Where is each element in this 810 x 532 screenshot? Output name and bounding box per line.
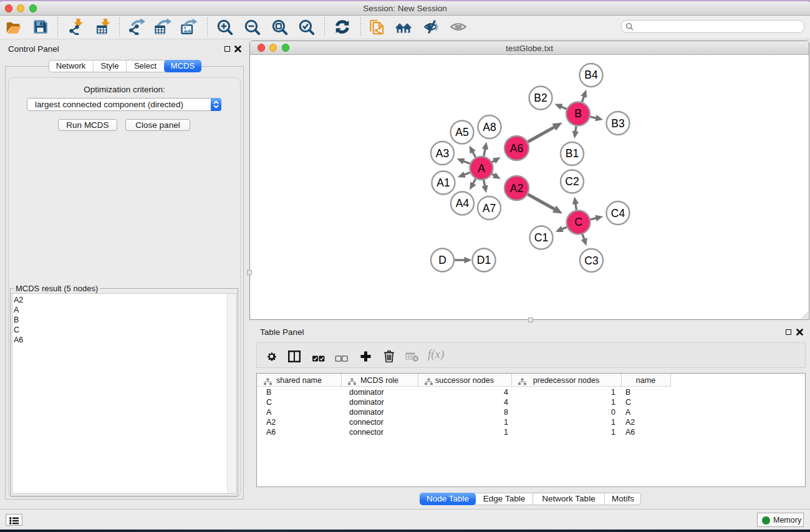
- svg-text:C3: C3: [584, 254, 598, 267]
- svg-text:A6: A6: [510, 142, 523, 155]
- svg-text:A4: A4: [456, 197, 470, 210]
- svg-text:B4: B4: [584, 69, 598, 81]
- svg-text:B1: B1: [566, 147, 579, 160]
- svg-text:A5: A5: [455, 126, 468, 138]
- svg-text:B: B: [574, 107, 582, 120]
- svg-text:A2: A2: [510, 182, 523, 195]
- svg-text:B3: B3: [611, 117, 624, 130]
- svg-text:A7: A7: [483, 202, 496, 215]
- svg-text:A1: A1: [436, 177, 450, 189]
- svg-text:C: C: [574, 216, 582, 228]
- svg-text:D: D: [438, 254, 446, 266]
- svg-text:C4: C4: [611, 207, 625, 220]
- svg-text:C2: C2: [565, 175, 579, 188]
- svg-text:A8: A8: [483, 121, 496, 133]
- svg-text:B2: B2: [534, 92, 547, 104]
- svg-text:A: A: [478, 162, 485, 175]
- svg-text:A3: A3: [436, 147, 449, 160]
- svg-text:D1: D1: [477, 254, 491, 266]
- svg-text:C1: C1: [534, 231, 548, 244]
